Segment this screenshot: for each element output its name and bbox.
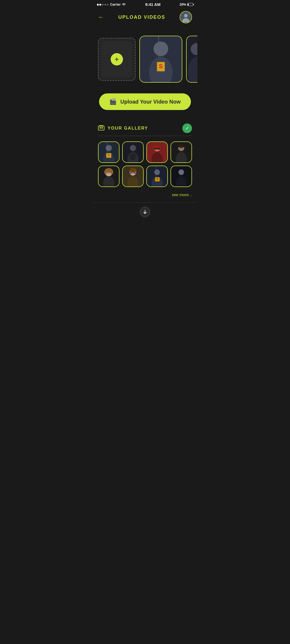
gallery-icon <box>98 125 104 132</box>
header: ← UPLOAD VIDEOS <box>93 8 197 28</box>
upload-btn-container: 🎬 Upload Your Video Now <box>93 83 197 115</box>
svg-rect-41 <box>106 173 108 174</box>
svg-point-46 <box>129 168 137 173</box>
status-right: 20% <box>180 3 193 6</box>
svg-point-18 <box>106 145 112 151</box>
svg-rect-28 <box>154 148 157 150</box>
svg-rect-29 <box>158 148 160 150</box>
video-upload-row: + S <box>93 36 197 83</box>
status-time: 9:41 AM <box>145 2 161 7</box>
gallery-grid: S <box>98 136 192 192</box>
gallery-header: YOUR GALLERY ✓ <box>98 123 192 136</box>
status-left: Carrier <box>97 2 126 6</box>
svg-rect-13 <box>99 125 103 126</box>
plus-icon: + <box>111 53 123 65</box>
svg-rect-42 <box>109 173 111 174</box>
svg-text:S: S <box>108 153 110 157</box>
gallery-item-3[interactable] <box>146 141 168 163</box>
scroll-down-button[interactable] <box>140 207 150 217</box>
add-video-button[interactable]: + <box>98 38 136 81</box>
svg-point-5 <box>154 41 168 56</box>
svg-rect-12 <box>98 126 104 130</box>
svg-point-57 <box>179 169 184 175</box>
gallery-item-1[interactable]: S <box>98 141 119 163</box>
gallery-section: YOUR GALLERY ✓ S <box>93 115 197 202</box>
gallery-check: ✓ <box>182 123 192 133</box>
see-more-button[interactable]: see more... <box>98 192 192 202</box>
battery-percentage: 20% <box>180 3 186 6</box>
status-bar: Carrier 9:41 AM 20% <box>93 0 197 8</box>
upload-video-button[interactable]: 🎬 Upload Your Video Now <box>99 93 191 110</box>
video-thumb-1[interactable]: S <box>139 36 182 83</box>
bottom-nav <box>93 202 197 221</box>
svg-rect-15 <box>102 127 103 129</box>
page-title: UPLOAD VIDEOS <box>118 14 165 20</box>
signal-dots <box>97 3 109 6</box>
svg-rect-48 <box>133 172 136 174</box>
svg-rect-47 <box>130 172 133 174</box>
gallery-title-row: YOUR GALLERY <box>98 125 148 132</box>
gallery-title: YOUR GALLERY <box>108 126 148 131</box>
carrier-label: Carrier <box>110 3 121 6</box>
svg-point-52 <box>154 169 160 175</box>
camera-icon: 🎬 <box>109 98 117 105</box>
svg-point-1 <box>184 14 187 17</box>
back-button[interactable]: ← <box>98 14 104 21</box>
gallery-item-5[interactable] <box>98 166 119 187</box>
gallery-item-8[interactable] <box>171 166 192 187</box>
battery-icon <box>187 3 193 6</box>
svg-point-23 <box>130 145 136 151</box>
gallery-item-7[interactable]: S <box>146 166 168 187</box>
svg-rect-14 <box>100 127 101 129</box>
avatar[interactable] <box>180 11 192 23</box>
upload-button-label: Upload Your Video Now <box>120 99 180 105</box>
gallery-item-6[interactable] <box>122 166 144 187</box>
gallery-item-4[interactable] <box>171 141 192 163</box>
svg-text:S: S <box>159 63 163 69</box>
video-thumb-2[interactable] <box>186 36 197 83</box>
wifi-icon <box>122 2 126 6</box>
svg-point-34 <box>178 144 185 148</box>
svg-text:S: S <box>156 178 158 181</box>
gallery-item-2[interactable] <box>122 141 144 163</box>
